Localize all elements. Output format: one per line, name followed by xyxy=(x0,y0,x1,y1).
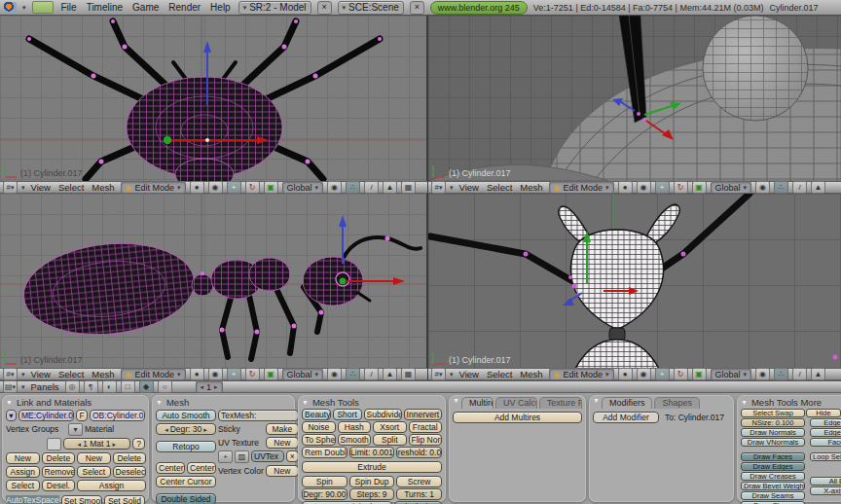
material-index-stepper[interactable]: ◂ 1 Mat 1 ▸ xyxy=(63,438,130,450)
panel-collapse-icon[interactable]: ▼ xyxy=(741,399,748,406)
vgroup-deselect-button[interactable]: Desel. xyxy=(42,480,76,491)
menu-file[interactable]: File xyxy=(59,2,79,13)
material-question-button[interactable]: ? xyxy=(132,438,145,450)
vertex-select-button[interactable]: ∴ xyxy=(774,181,788,194)
rem-doubles-button[interactable]: Rem Doubles xyxy=(302,447,347,458)
orientation-selector[interactable]: Global ▾ xyxy=(282,181,324,194)
mode-selector[interactable]: ◆ Edit Mode ▾ xyxy=(549,181,614,194)
face-select-button[interactable]: ▲ xyxy=(811,181,825,194)
manipulator-translate-button[interactable]: + xyxy=(227,368,241,380)
vgroup-assign-button[interactable]: Assign xyxy=(6,466,40,478)
frame-increment-icon[interactable]: ▸ xyxy=(214,383,218,391)
vertex-select-button[interactable]: ∴ xyxy=(346,181,360,194)
retopo-toggle[interactable]: Retopo xyxy=(156,441,216,452)
panel-collapse-icon[interactable]: ▼ xyxy=(6,399,13,406)
menu-help[interactable]: Help xyxy=(208,2,233,13)
panel-collapse-icon[interactable]: ▼ xyxy=(156,399,163,406)
face-select-button[interactable]: ▲ xyxy=(811,368,825,380)
fractal-button[interactable]: Fractal xyxy=(409,421,443,433)
header-menu-collapse-icon[interactable]: ▾ xyxy=(21,371,25,378)
mode-selector[interactable]: ◆ Edit Mode ▾ xyxy=(121,181,186,194)
split-button[interactable]: Split xyxy=(373,434,407,446)
center-cursor-button[interactable]: Center Cursor xyxy=(156,476,216,487)
mesh-menu[interactable]: Mesh xyxy=(518,369,544,379)
manipulator-scale-button[interactable]: ▣ xyxy=(264,368,278,380)
select-menu[interactable]: Select xyxy=(56,369,86,379)
occlude-button[interactable]: ▦ xyxy=(401,181,416,194)
header-menu-collapse-icon[interactable]: ▾ xyxy=(450,371,454,378)
set-smooth-button[interactable]: Set Smooth xyxy=(61,495,102,504)
edge-length-toggle[interactable]: Edge Length xyxy=(810,418,841,427)
limit-stepper[interactable]: Limit: 0.001 xyxy=(349,447,395,458)
occlude-button[interactable]: ▦ xyxy=(401,368,416,380)
view-menu[interactable]: View xyxy=(29,369,53,379)
center-button[interactable]: Center xyxy=(156,462,185,474)
manipulator-rotate-button[interactable]: ↻ xyxy=(674,368,688,380)
draw-vnormals-toggle[interactable]: Draw VNormals xyxy=(741,438,805,447)
xsort-button[interactable]: Xsort xyxy=(373,421,407,433)
manipulator-scale-button[interactable]: ▣ xyxy=(264,181,278,194)
proportional-edit-button[interactable]: ◉ xyxy=(327,368,342,380)
subdivide-button[interactable]: Subdivide xyxy=(364,409,402,420)
vertex-select-button[interactable]: ∴ xyxy=(774,368,788,380)
edge-select-button[interactable]: / xyxy=(792,181,807,194)
draw-mode-button[interactable]: ● xyxy=(618,181,633,194)
material-deselect-button[interactable]: Deselect xyxy=(113,466,146,478)
uv-grid-icon[interactable]: + xyxy=(218,450,233,463)
vgroup-delete-button[interactable]: Delete xyxy=(42,452,76,464)
degr-stepper[interactable]: ◂ Degr: 30 ▸ xyxy=(156,423,216,435)
edge-select-button[interactable]: / xyxy=(792,368,807,380)
turns-stepper[interactable]: Turns: 1 xyxy=(396,488,442,500)
context-script-button[interactable]: ¶ xyxy=(84,380,98,393)
proportional-edit-button[interactable]: ◉ xyxy=(755,368,770,380)
mode-selector[interactable]: ◆ Edit Mode ▾ xyxy=(121,368,186,380)
editor-type-button[interactable]: # ▾ xyxy=(431,181,446,194)
header-collapse-icon[interactable]: ▾ xyxy=(22,4,26,12)
manipulator-rotate-button[interactable]: ↻ xyxy=(674,181,688,194)
proportional-edit-button[interactable]: ◉ xyxy=(755,181,770,194)
tab-texture-face[interactable]: Texture Face xyxy=(539,397,582,409)
viewport-bottom-left[interactable]: (1) Cylinder.017 xyxy=(0,194,426,368)
draw-seams-toggle[interactable]: Draw Seams xyxy=(741,491,805,500)
panel-collapse-icon[interactable]: ▼ xyxy=(302,399,309,406)
editor-type-button[interactable]: # ▾ xyxy=(3,181,18,194)
context-scene-button[interactable]: ○ xyxy=(158,380,172,393)
threshold-stepper[interactable]: Threshold: 0.010 xyxy=(396,447,442,458)
edge-select-button[interactable]: / xyxy=(364,181,379,194)
scene-close-button[interactable]: × xyxy=(410,1,424,15)
tab-uv-calculation[interactable]: UV Calculati xyxy=(495,397,537,409)
manipulator-scale-button[interactable]: ▣ xyxy=(692,181,707,194)
viewport-top-left[interactable]: (1) Cylinder.017 xyxy=(0,16,426,181)
view-menu[interactable]: View xyxy=(457,369,481,379)
auto-smooth-toggle[interactable]: Auto Smooth xyxy=(156,410,216,421)
material-delete-button[interactable]: Delete xyxy=(113,452,146,464)
mode-selector[interactable]: ◆ Edit Mode ▾ xyxy=(549,368,614,380)
vertex-color-new-button[interactable]: New xyxy=(266,465,299,477)
mesh-menu[interactable]: Mesh xyxy=(90,182,116,193)
set-solid-button[interactable]: Set Solid xyxy=(104,495,145,504)
draw-bevel-weights-toggle[interactable]: Draw Bevel Weights xyxy=(741,482,805,490)
proportional-edit-button[interactable]: ◉ xyxy=(327,181,342,194)
uv-layer-name-field[interactable]: UVTex xyxy=(251,450,284,462)
scene-selector[interactable]: ▾ SCE:Scene xyxy=(338,1,404,15)
frame-stepper[interactable]: ◂ 1 ▸ xyxy=(196,380,223,393)
add-modifier-button[interactable]: Add Modifier xyxy=(593,412,659,423)
tab-modifiers[interactable]: Modifiers xyxy=(602,397,653,409)
panel-collapse-icon[interactable]: ▼ xyxy=(453,397,459,409)
vgroup-remove-button[interactable]: Remove xyxy=(42,466,76,478)
texmesh-field[interactable]: TexMesh: xyxy=(218,410,299,421)
face-select-button[interactable]: ▲ xyxy=(383,368,397,380)
short-toggle[interactable]: Short xyxy=(333,409,362,420)
to-sphere-button[interactable]: To Sphere xyxy=(302,434,336,446)
center-new-button[interactable]: Center New xyxy=(187,462,216,474)
editor-type-button[interactable]: # ▾ xyxy=(431,368,446,380)
viewport-top-right[interactable]: (1) Cylinder.017 xyxy=(428,16,841,181)
panels-menu[interactable]: Panels xyxy=(29,381,61,392)
extrude-button[interactable]: Extrude xyxy=(302,461,442,473)
header-menu-collapse-icon[interactable]: ▾ xyxy=(21,383,25,391)
pivot-button[interactable]: ◉ xyxy=(637,181,651,194)
pivot-button[interactable]: ◉ xyxy=(208,368,223,380)
pivot-button[interactable]: ◉ xyxy=(637,368,651,380)
blender-logo-icon[interactable] xyxy=(4,2,17,13)
select-menu[interactable]: Select xyxy=(485,369,514,379)
